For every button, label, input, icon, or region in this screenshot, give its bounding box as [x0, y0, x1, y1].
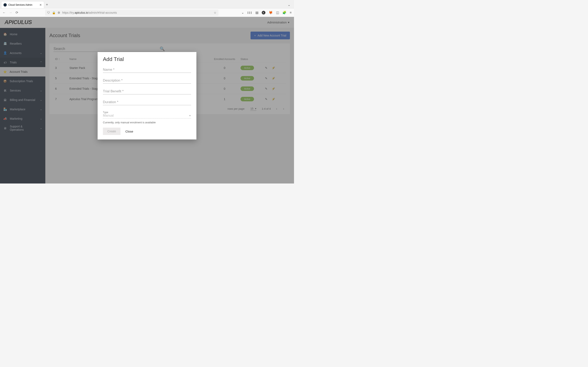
duration-field[interactable]: Duration * — [103, 100, 191, 105]
browser-toolbar: ← → ⟳ 🛡 🔒 ⚙ https://try.apiculus.io/admi… — [0, 8, 294, 17]
reader-icon[interactable]: ▤ — [255, 11, 259, 15]
url-bar[interactable]: 🛡 🔒 ⚙ https://try.apiculus.io/admin/#/tr… — [45, 9, 218, 16]
back-icon[interactable]: ← — [2, 11, 6, 15]
url-text: https://try.apiculus.io/admin/#/trial-ac… — [62, 11, 212, 14]
type-label: Type — [103, 111, 191, 114]
shield-icon[interactable]: 🛡 — [47, 11, 50, 14]
permissions-icon[interactable]: ⚙ — [58, 11, 60, 14]
wallet-icon[interactable]: 🦊 — [269, 11, 273, 15]
lock-icon[interactable]: 🔒 — [52, 11, 56, 14]
forward-icon[interactable]: → — [9, 11, 12, 15]
menu-icon[interactable]: ≡ — [290, 11, 292, 15]
extension-icon[interactable]: ◫ — [276, 11, 279, 15]
name-field[interactable]: Name * — [103, 68, 191, 73]
close-icon[interactable]: ✕ — [39, 3, 42, 7]
new-tab-button[interactable]: + — [44, 1, 50, 8]
description-field[interactable]: Description * — [103, 78, 191, 83]
helper-text: Currently, only manual enrolment is avai… — [103, 121, 191, 124]
tab-favicon — [3, 3, 7, 7]
star-icon[interactable]: ☆ — [214, 11, 216, 14]
chevron-down-icon: ▼ — [189, 114, 191, 117]
reload-icon[interactable]: ⟳ — [16, 11, 18, 15]
tab-title: Cloud Services Admin — [8, 3, 32, 6]
modal-overlay: Add Trial Name * Description * Trial Ben… — [0, 17, 294, 184]
browser-tab[interactable]: Cloud Services Admin ✕ — [1, 1, 44, 8]
add-trial-modal: Add Trial Name * Description * Trial Ben… — [98, 52, 196, 140]
tab-list-button[interactable]: ⌄ — [288, 1, 294, 8]
modal-title: Add Trial — [103, 56, 191, 62]
benefit-field[interactable]: Trial Benefit * — [103, 89, 191, 94]
account-icon[interactable]: K — [262, 11, 265, 15]
pocket-icon[interactable]: ⌄ — [241, 11, 244, 15]
type-select: Manual ▼ — [103, 114, 191, 118]
close-button[interactable]: Close — [125, 130, 133, 133]
puzzle-icon[interactable]: 🧩 — [282, 11, 286, 15]
library-icon[interactable]: ⫿⫿⫿ — [247, 11, 252, 15]
browser-tab-strip: Cloud Services Admin ✕ + ⌄ — [0, 0, 294, 8]
create-button[interactable]: Create — [103, 128, 121, 135]
